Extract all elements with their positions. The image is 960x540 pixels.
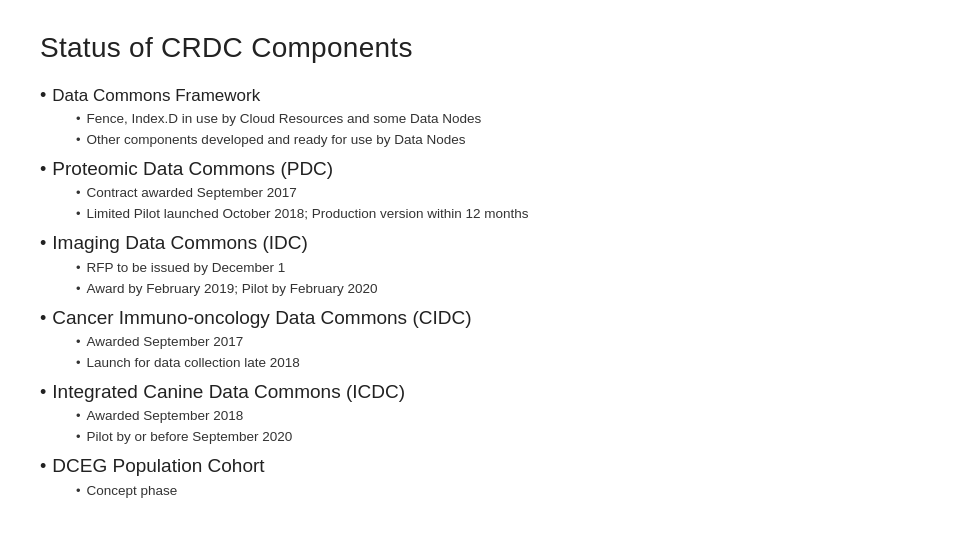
sub-bullet-imaging-data-commons-1: • (76, 279, 81, 299)
heading-integrated-canine: Integrated Canine Data Commons (ICDC) (52, 378, 405, 407)
sub-item-proteomic-data-commons-0: •Contract awarded September 2017 (76, 183, 920, 204)
sub-text-data-commons-framework-0: Fence, Index.D in use by Cloud Resources… (87, 109, 482, 130)
top-level-label-integrated-canine: •Integrated Canine Data Commons (ICDC) (40, 378, 920, 407)
sub-bullet-data-commons-framework-1: • (76, 130, 81, 150)
sub-text-proteomic-data-commons-1: Limited Pilot launched October 2018; Pro… (87, 204, 529, 225)
sub-bullet-integrated-canine-0: • (76, 406, 81, 426)
top-level-label-dceg-population-cohort: •DCEG Population Cohort (40, 452, 920, 481)
sub-item-cancer-immuno-oncology-1: •Launch for data collection late 2018 (76, 353, 920, 374)
top-level-label-proteomic-data-commons: •Proteomic Data Commons (PDC) (40, 155, 920, 184)
sub-bullet-integrated-canine-1: • (76, 427, 81, 447)
top-level-item-imaging-data-commons: •Imaging Data Commons (IDC)•RFP to be is… (40, 229, 920, 299)
sub-text-imaging-data-commons-1: Award by February 2019; Pilot by Februar… (87, 279, 378, 300)
sub-items-data-commons-framework: •Fence, Index.D in use by Cloud Resource… (76, 109, 920, 151)
sub-text-cancer-immuno-oncology-1: Launch for data collection late 2018 (87, 353, 300, 374)
sub-bullet-data-commons-framework-0: • (76, 109, 81, 129)
sub-item-integrated-canine-1: •Pilot by or before September 2020 (76, 427, 920, 448)
bullet-cancer-immuno-oncology: • (40, 305, 46, 332)
sub-item-dceg-population-cohort-0: •Concept phase (76, 481, 920, 502)
top-level-item-dceg-population-cohort: •DCEG Population Cohort•Concept phase (40, 452, 920, 501)
sub-text-dceg-population-cohort-0: Concept phase (87, 481, 178, 502)
sub-bullet-cancer-immuno-oncology-1: • (76, 353, 81, 373)
sub-bullet-proteomic-data-commons-0: • (76, 183, 81, 203)
sub-item-data-commons-framework-1: •Other components developed and ready fo… (76, 130, 920, 151)
sub-text-proteomic-data-commons-0: Contract awarded September 2017 (87, 183, 297, 204)
sub-bullet-cancer-immuno-oncology-0: • (76, 332, 81, 352)
bullet-dceg-population-cohort: • (40, 453, 46, 480)
slide-title: Status of CRDC Components (40, 32, 920, 64)
sub-text-imaging-data-commons-0: RFP to be issued by December 1 (87, 258, 286, 279)
bullet-data-commons-framework: • (40, 82, 46, 109)
top-level-item-data-commons-framework: •Data Commons Framework•Fence, Index.D i… (40, 82, 920, 151)
heading-imaging-data-commons: Imaging Data Commons (IDC) (52, 229, 308, 258)
sub-items-dceg-population-cohort: •Concept phase (76, 481, 920, 502)
top-level-label-data-commons-framework: •Data Commons Framework (40, 82, 920, 109)
heading-dceg-population-cohort: DCEG Population Cohort (52, 452, 264, 481)
sub-item-imaging-data-commons-1: •Award by February 2019; Pilot by Februa… (76, 279, 920, 300)
sub-text-integrated-canine-0: Awarded September 2018 (87, 406, 244, 427)
sub-item-data-commons-framework-0: •Fence, Index.D in use by Cloud Resource… (76, 109, 920, 130)
heading-data-commons-framework: Data Commons Framework (52, 83, 260, 109)
sub-bullet-imaging-data-commons-0: • (76, 258, 81, 278)
top-level-label-cancer-immuno-oncology: •Cancer Immuno-oncology Data Commons (CI… (40, 304, 920, 333)
sub-item-proteomic-data-commons-1: •Limited Pilot launched October 2018; Pr… (76, 204, 920, 225)
top-level-label-imaging-data-commons: •Imaging Data Commons (IDC) (40, 229, 920, 258)
sub-item-cancer-immuno-oncology-0: •Awarded September 2017 (76, 332, 920, 353)
sub-text-data-commons-framework-1: Other components developed and ready for… (87, 130, 466, 151)
heading-proteomic-data-commons: Proteomic Data Commons (PDC) (52, 155, 333, 184)
top-level-item-cancer-immuno-oncology: •Cancer Immuno-oncology Data Commons (CI… (40, 304, 920, 374)
sub-text-cancer-immuno-oncology-0: Awarded September 2017 (87, 332, 244, 353)
bullet-integrated-canine: • (40, 379, 46, 406)
slide: Status of CRDC Components •Data Commons … (0, 0, 960, 540)
content-area: •Data Commons Framework•Fence, Index.D i… (40, 82, 920, 506)
sub-items-imaging-data-commons: •RFP to be issued by December 1•Award by… (76, 258, 920, 300)
bullet-proteomic-data-commons: • (40, 156, 46, 183)
top-level-item-proteomic-data-commons: •Proteomic Data Commons (PDC)•Contract a… (40, 155, 920, 225)
sub-text-integrated-canine-1: Pilot by or before September 2020 (87, 427, 293, 448)
sub-items-cancer-immuno-oncology: •Awarded September 2017•Launch for data … (76, 332, 920, 374)
sub-item-imaging-data-commons-0: •RFP to be issued by December 1 (76, 258, 920, 279)
sub-items-proteomic-data-commons: •Contract awarded September 2017•Limited… (76, 183, 920, 225)
sub-item-integrated-canine-0: •Awarded September 2018 (76, 406, 920, 427)
sub-items-integrated-canine: •Awarded September 2018•Pilot by or befo… (76, 406, 920, 448)
heading-cancer-immuno-oncology: Cancer Immuno-oncology Data Commons (CID… (52, 304, 471, 333)
sub-bullet-dceg-population-cohort-0: • (76, 481, 81, 501)
top-level-item-integrated-canine: •Integrated Canine Data Commons (ICDC)•A… (40, 378, 920, 448)
sub-bullet-proteomic-data-commons-1: • (76, 204, 81, 224)
bullet-imaging-data-commons: • (40, 230, 46, 257)
